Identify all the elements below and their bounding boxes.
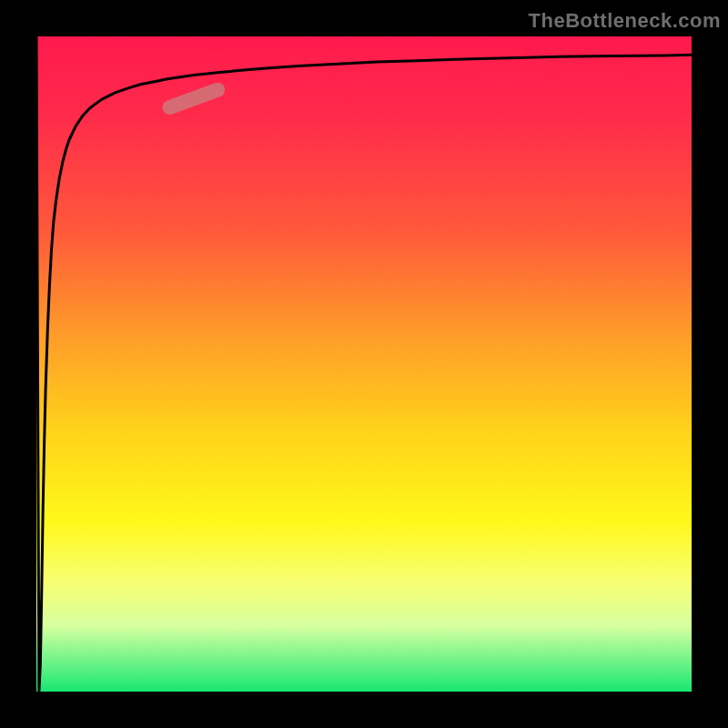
attribution-label: TheBottleneck.com bbox=[529, 9, 721, 33]
chart-svg bbox=[36, 36, 692, 692]
curve-marker bbox=[160, 81, 227, 117]
plot-area bbox=[36, 36, 692, 692]
bottleneck-curve bbox=[36, 36, 692, 692]
chart-container: TheBottleneck.com bbox=[0, 0, 728, 728]
